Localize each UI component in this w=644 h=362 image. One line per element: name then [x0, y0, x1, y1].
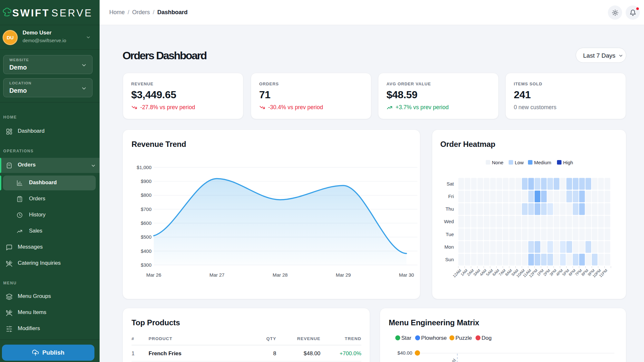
svg-text:$800: $800 [141, 192, 151, 198]
svg-text:Sun: Sun [445, 257, 454, 262]
svg-text:$900: $900 [141, 178, 151, 184]
svg-text:$700: $700 [141, 206, 151, 212]
svg-text:$500: $500 [141, 234, 151, 240]
svg-text:Puzzle: Puzzle [455, 335, 472, 341]
svg-text:$40.00: $40.00 [397, 350, 412, 356]
svg-text:$600: $600 [141, 220, 151, 226]
svg-text:Thu: Thu [445, 206, 454, 212]
svg-text:$400: $400 [141, 248, 151, 254]
svg-text:Star: Star [401, 335, 412, 341]
svg-text:Mar 26: Mar 26 [146, 272, 161, 278]
svg-text:$300: $300 [141, 262, 151, 268]
svg-text:Mar 29: Mar 29 [336, 272, 351, 278]
svg-text:Fri: Fri [448, 194, 454, 199]
svg-text:Low: Low [515, 160, 524, 165]
svg-text:$1,000: $1,000 [137, 165, 151, 170]
svg-text:Mar 30: Mar 30 [399, 272, 414, 278]
svg-text:Mar 28: Mar 28 [273, 272, 288, 278]
svg-text:ty: ty [451, 358, 457, 362]
svg-text:Plowhorse: Plowhorse [421, 335, 447, 341]
svg-text:High: High [563, 160, 573, 165]
svg-text:Tue: Tue [446, 232, 454, 237]
svg-text:Medium: Medium [534, 160, 551, 165]
svg-text:Wed: Wed [444, 219, 454, 224]
svg-text:Mar 27: Mar 27 [210, 272, 225, 278]
svg-text:Dog: Dog [482, 335, 492, 341]
svg-text:None: None [492, 160, 503, 165]
svg-text:Mon: Mon [444, 244, 454, 250]
svg-text:Sat: Sat [446, 181, 454, 186]
